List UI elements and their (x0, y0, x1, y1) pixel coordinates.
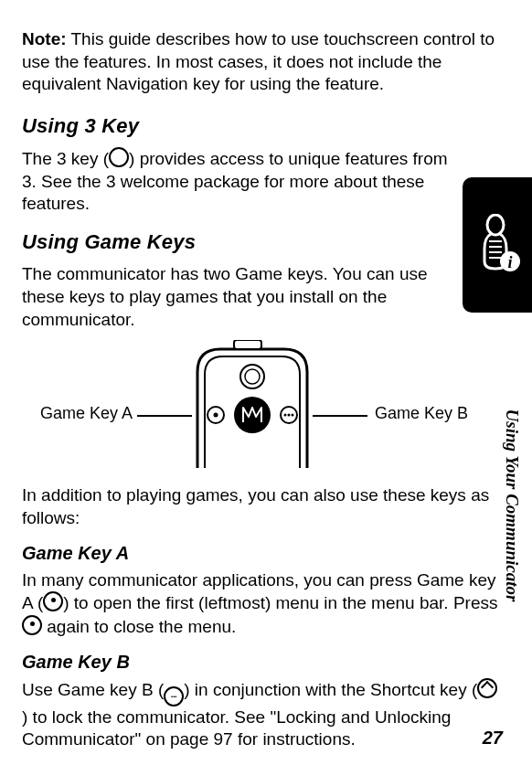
svg-point-7 (284, 414, 287, 417)
paragraph-game-key-a: In many communicator applications, you c… (22, 569, 501, 639)
page-number: 27 (483, 728, 503, 749)
svg-point-8 (288, 414, 291, 417)
heading-using-game-keys: Using Game Keys (22, 230, 501, 254)
paragraph-game-keys-intro: The communicator has two Game keys. You … (22, 263, 461, 331)
note-label: Note: (22, 29, 67, 48)
text-3key-a: The 3 key ( (22, 149, 109, 168)
shortcut-key-icon (477, 678, 497, 698)
phone-info-icon: i (479, 214, 521, 274)
page: Note: This guide describes how to use to… (0, 0, 532, 765)
diagram-label-b: Game Key B (375, 404, 468, 423)
device-drawing (179, 340, 325, 468)
text-gkb-a: Use Game key B ( (22, 680, 164, 699)
side-tab: i (463, 177, 532, 313)
paragraph-3-key: The 3 key () provides access to unique f… (22, 147, 461, 216)
svg-point-10 (487, 215, 504, 235)
svg-point-5 (214, 413, 218, 418)
game-key-b-icon (164, 686, 184, 707)
svg-rect-0 (234, 340, 261, 349)
note-text: This guide describes how to use touchscr… (22, 29, 495, 93)
heading-using-3-key: Using 3 Key (22, 114, 501, 138)
three-key-icon (109, 147, 129, 167)
game-key-a-icon-2 (22, 615, 42, 635)
svg-point-2 (240, 365, 264, 388)
svg-point-1 (234, 397, 271, 433)
text-gkb-c: ) to lock the communicator. See "Locking… (22, 707, 451, 749)
paragraph-game-key-b: Use Game key B () in conjunction with th… (22, 678, 501, 751)
note-paragraph: Note: This guide describes how to use to… (22, 28, 501, 96)
text-gkb-b: ) in conjunction with the Shortcut key ( (184, 680, 477, 699)
subheading-game-key-b: Game Key B (22, 652, 501, 673)
text-gka-c: again to close the menu. (42, 617, 236, 636)
svg-text:i: i (507, 253, 512, 271)
side-vertical-label: Using Your Communicator (503, 318, 521, 693)
text-gka-b: ) to open the first (leftmost) menu in t… (63, 593, 497, 612)
diagram-label-a: Game Key A (40, 404, 133, 423)
game-keys-diagram: Game Key A Game Key B (24, 340, 499, 477)
svg-point-9 (292, 414, 294, 417)
side-label-text: Using Your Communicator (502, 409, 522, 602)
subheading-game-key-a: Game Key A (22, 543, 501, 564)
paragraph-game-keys-usage: In addition to playing games, you can al… (22, 484, 501, 529)
game-key-a-icon (43, 591, 63, 611)
